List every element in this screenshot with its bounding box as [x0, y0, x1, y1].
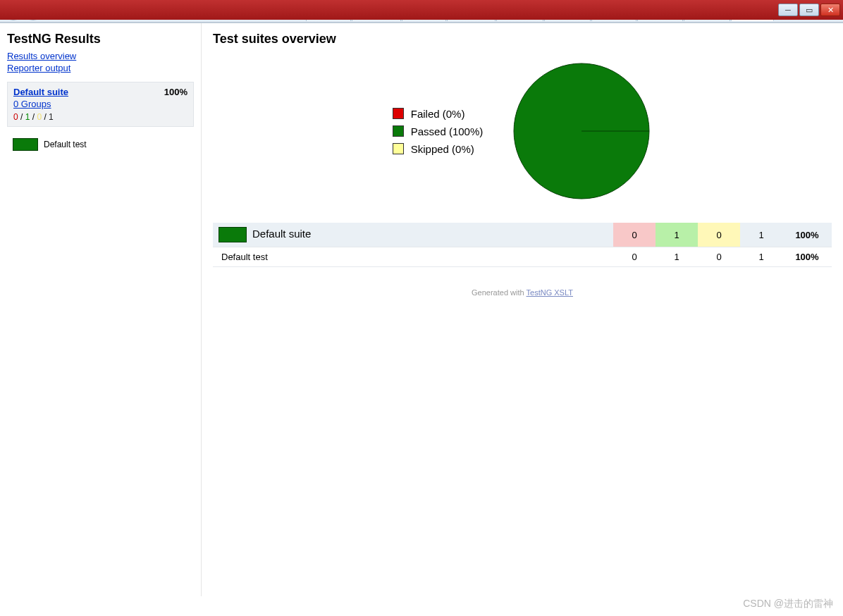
chart-area: Failed (0%) Passed (100%) Skipped (0%): [213, 61, 832, 202]
legend-skipped: Skipped (0%): [411, 143, 474, 155]
cell-pct: 100%: [782, 247, 832, 267]
main-panel: Test suites overview Failed (0%) Passed …: [202, 23, 843, 596]
cell-failed: 0: [613, 247, 656, 267]
pie-chart: [511, 61, 652, 202]
table-row-suite[interactable]: Default suite 0 1 0 1 100%: [213, 223, 832, 247]
suite-pct: 100%: [164, 87, 187, 99]
suite-summary-box: Default suite 100% 0 Groups 0 / 1 / 0 / …: [7, 82, 194, 127]
close-button[interactable]: ✕: [820, 4, 840, 16]
page-content: TestNG Results Results overview Reporter…: [0, 23, 843, 596]
table-row-test[interactable]: Default test 0 1 0 1 100%: [213, 247, 832, 267]
test-entry-label: Default test: [44, 140, 87, 149]
sidebar-title: TestNG Results: [7, 32, 194, 47]
window-titlebar: ─ ▭ ✕: [0, 0, 843, 20]
legend-failed: Failed (0%): [411, 108, 465, 120]
suite-counts: 0 / 1 / 0 / 1: [13, 112, 187, 122]
legend-swatch-passed: [393, 125, 404, 137]
results-table: Default suite 0 1 0 1 100% Default test …: [213, 223, 832, 267]
minimize-button[interactable]: ─: [778, 4, 798, 16]
link-default-suite[interactable]: Default suite: [13, 87, 68, 97]
chart-legend: Failed (0%) Passed (100%) Skipped (0%): [393, 102, 484, 161]
cell-skipped: 0: [698, 247, 740, 267]
watermark: CSDN @进击的雷神: [743, 598, 833, 610]
legend-swatch-failed: [393, 108, 404, 119]
cell-passed: 1: [656, 247, 698, 267]
legend-swatch-skipped: [393, 143, 404, 154]
pass-swatch-icon: [13, 138, 38, 151]
suite-swatch-icon: [219, 227, 247, 242]
maximize-button[interactable]: ▭: [799, 4, 819, 16]
suite-name-cell: Default suite: [252, 228, 311, 240]
test-entry[interactable]: Default test: [7, 134, 194, 155]
cell-passed: 1: [656, 223, 698, 247]
cell-total: 1: [740, 247, 782, 267]
footer-text: Generated with TestNG XSLT: [213, 288, 832, 297]
cell-total: 1: [740, 223, 782, 247]
legend-passed: Passed (100%): [411, 125, 484, 137]
cell-pct: 100%: [782, 223, 832, 247]
link-testng-xslt[interactable]: TestNG XSLT: [527, 288, 573, 297]
page-title: Test suites overview: [213, 32, 832, 47]
link-reporter-output[interactable]: Reporter output: [7, 63, 70, 73]
link-results-overview[interactable]: Results overview: [7, 51, 76, 61]
sidebar: TestNG Results Results overview Reporter…: [0, 23, 202, 596]
link-groups[interactable]: 0 Groups: [13, 99, 51, 109]
test-name-cell: Default test: [213, 247, 613, 267]
cell-failed: 0: [613, 223, 656, 247]
cell-skipped: 0: [698, 223, 740, 247]
